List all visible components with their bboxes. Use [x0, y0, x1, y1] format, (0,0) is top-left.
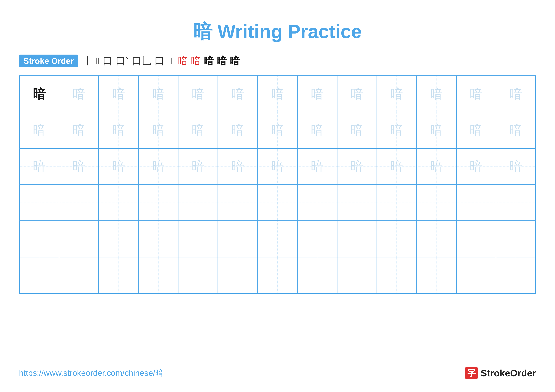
grid-cell-1-0[interactable]: 暗: [19, 112, 59, 148]
grid-cell-0-1[interactable]: 暗: [59, 76, 99, 112]
grid-cell-5-2[interactable]: [99, 257, 139, 293]
grid-cell-2-6[interactable]: 暗: [258, 148, 297, 185]
char-2-0: 暗: [33, 160, 45, 173]
grid-cell-4-0[interactable]: [19, 221, 59, 257]
grid-cell-3-4[interactable]: [178, 185, 218, 221]
grid-cell-5-6[interactable]: [258, 257, 297, 293]
char-1-12: 暗: [510, 124, 522, 136]
grid-cell-2-1[interactable]: 暗: [59, 148, 99, 185]
grid-cell-2-10[interactable]: 暗: [416, 148, 456, 185]
grid-cell-4-12[interactable]: [496, 221, 536, 257]
grid-cell-2-9[interactable]: 暗: [377, 148, 416, 185]
grid-cell-5-3[interactable]: [139, 257, 178, 293]
char-0-2: 暗: [112, 88, 125, 100]
grid-cell-1-6[interactable]: 暗: [258, 112, 297, 148]
grid-cell-3-0[interactable]: [19, 185, 59, 221]
char-2-10: 暗: [430, 160, 443, 173]
grid-cell-0-4[interactable]: 暗: [178, 76, 218, 112]
grid-cell-0-5[interactable]: 暗: [218, 76, 258, 112]
grid-cell-0-7[interactable]: 暗: [297, 76, 337, 112]
stroke-1: 丨: [83, 54, 93, 68]
grid-cell-1-3[interactable]: 暗: [139, 112, 178, 148]
char-2-9: 暗: [390, 160, 403, 173]
stroke-5: 口⺃: [132, 54, 151, 68]
grid-cell-4-8[interactable]: [337, 221, 377, 257]
grid-cell-0-0[interactable]: 暗: [19, 76, 59, 112]
char-1-9: 暗: [390, 124, 403, 136]
grid-cell-2-7[interactable]: 暗: [297, 148, 337, 185]
grid-cell-3-9[interactable]: [377, 185, 416, 221]
grid-cell-3-11[interactable]: [456, 185, 496, 221]
grid-cell-5-0[interactable]: [19, 257, 59, 293]
grid-cell-3-1[interactable]: [59, 185, 99, 221]
grid-cell-0-8[interactable]: 暗: [337, 76, 377, 112]
grid-cell-1-12[interactable]: 暗: [496, 112, 536, 148]
grid-cell-5-11[interactable]: [456, 257, 496, 293]
grid-cell-4-5[interactable]: [218, 221, 258, 257]
grid-cell-4-7[interactable]: [297, 221, 337, 257]
grid-cell-4-6[interactable]: [258, 221, 297, 257]
grid-cell-0-3[interactable]: 暗: [139, 76, 178, 112]
grid-cell-3-10[interactable]: [416, 185, 456, 221]
grid-cell-0-12[interactable]: 暗: [496, 76, 536, 112]
strokeorder-logo-icon: 字: [465, 367, 478, 379]
char-1-10: 暗: [430, 124, 443, 136]
grid-cell-4-9[interactable]: [377, 221, 416, 257]
grid-cell-1-2[interactable]: 暗: [99, 112, 139, 148]
grid-cell-2-11[interactable]: 暗: [456, 148, 496, 185]
footer-logo: 字 StrokeOrder: [465, 367, 536, 379]
stroke-6: 口𠃊: [154, 54, 168, 68]
footer-url[interactable]: https://www.strokeorder.com/chinese/暗: [19, 368, 163, 378]
grid-cell-2-2[interactable]: 暗: [99, 148, 139, 185]
char-2-4: 暗: [192, 160, 204, 173]
grid-cell-3-12[interactable]: [496, 185, 536, 221]
grid-cell-4-1[interactable]: [59, 221, 99, 257]
grid-cell-2-5[interactable]: 暗: [218, 148, 258, 185]
grid-cell-0-6[interactable]: 暗: [258, 76, 297, 112]
grid-cell-2-4[interactable]: 暗: [178, 148, 218, 185]
grid-cell-3-7[interactable]: [297, 185, 337, 221]
grid-cell-1-7[interactable]: 暗: [297, 112, 337, 148]
grid-cell-2-12[interactable]: 暗: [496, 148, 536, 185]
grid-cell-0-10[interactable]: 暗: [416, 76, 456, 112]
grid-cell-5-5[interactable]: [218, 257, 258, 293]
grid-cell-1-4[interactable]: 暗: [178, 112, 218, 148]
grid-cell-1-5[interactable]: 暗: [218, 112, 258, 148]
stroke-order-badge: Stroke Order: [19, 55, 78, 67]
char-2-12: 暗: [510, 160, 522, 173]
grid-cell-2-3[interactable]: 暗: [139, 148, 178, 185]
grid-cell-3-8[interactable]: [337, 185, 377, 221]
char-1-1: 暗: [73, 124, 85, 136]
footer: https://www.strokeorder.com/chinese/暗 字 …: [19, 367, 536, 379]
grid-cell-4-3[interactable]: [139, 221, 178, 257]
grid-cell-4-11[interactable]: [456, 221, 496, 257]
grid-cell-5-9[interactable]: [377, 257, 416, 293]
grid-cell-0-2[interactable]: 暗: [99, 76, 139, 112]
grid-cell-1-11[interactable]: 暗: [456, 112, 496, 148]
grid-cell-3-5[interactable]: [218, 185, 258, 221]
grid-cell-3-2[interactable]: [99, 185, 139, 221]
char-1-3: 暗: [152, 124, 165, 136]
grid-cell-4-2[interactable]: [99, 221, 139, 257]
grid-cell-5-10[interactable]: [416, 257, 456, 293]
grid-cell-3-3[interactable]: [139, 185, 178, 221]
grid-cell-1-9[interactable]: 暗: [377, 112, 416, 148]
char-0-5: 暗: [232, 88, 244, 100]
grid-cell-5-4[interactable]: [178, 257, 218, 293]
grid-cell-4-10[interactable]: [416, 221, 456, 257]
grid-cell-1-1[interactable]: 暗: [59, 112, 99, 148]
grid-cell-2-8[interactable]: 暗: [337, 148, 377, 185]
grid-cell-0-9[interactable]: 暗: [377, 76, 416, 112]
grid-cell-1-10[interactable]: 暗: [416, 112, 456, 148]
grid-cell-5-8[interactable]: [337, 257, 377, 293]
grid-cell-1-8[interactable]: 暗: [337, 112, 377, 148]
grid-cell-5-7[interactable]: [297, 257, 337, 293]
grid-cell-4-4[interactable]: [178, 221, 218, 257]
grid-cell-5-1[interactable]: [59, 257, 99, 293]
grid-cell-5-12[interactable]: [496, 257, 536, 293]
grid-cell-0-11[interactable]: 暗: [456, 76, 496, 112]
grid-cell-3-6[interactable]: [258, 185, 297, 221]
grid-cell-2-0[interactable]: 暗: [19, 148, 59, 185]
char-0-0: 暗: [33, 88, 45, 100]
stroke-10: 暗: [204, 54, 214, 68]
